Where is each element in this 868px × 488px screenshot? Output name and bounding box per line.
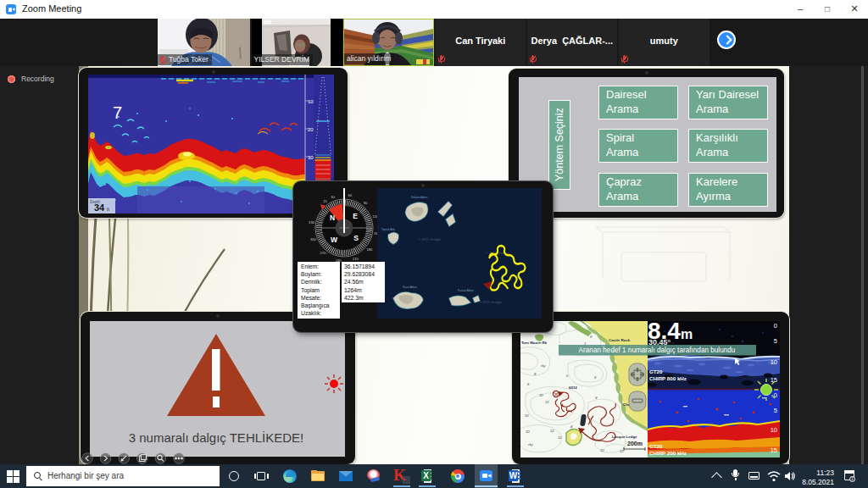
svg-text:N: N (330, 214, 335, 222)
svg-text:S: S (353, 234, 359, 242)
svg-text:15: 15 (771, 446, 777, 454)
svg-text:© 2021 Google: © 2021 Google (418, 237, 442, 241)
svg-text:200m: 200m (627, 441, 643, 446)
svg-text:210: 210 (353, 257, 359, 261)
svg-text:270: 270 (320, 251, 326, 255)
svg-text:Kekova Adası: Kekova Adası (411, 196, 428, 199)
svg-text:CHIRP 200 kHz: CHIRP 200 kHz (649, 450, 687, 456)
svg-text:5: 5 (774, 407, 777, 414)
svg-text:10: 10 (308, 99, 314, 104)
svg-text:7: 7 (113, 103, 122, 122)
svg-text:90: 90 (364, 201, 368, 205)
svg-text:12: 12 (620, 449, 624, 453)
svg-text:15: 15 (323, 199, 327, 203)
svg-text:30: 30 (331, 195, 335, 199)
svg-text:Karaca Adası: Karaca Adası (458, 289, 474, 292)
svg-text:10: 10 (771, 358, 777, 366)
svg-text:180: 180 (366, 247, 373, 252)
svg-text:E: E (353, 212, 358, 220)
svg-text:Tom Moore Rk: Tom Moore Rk (521, 341, 548, 345)
svg-text:Toprak Ada: Toprak Ada (381, 228, 395, 231)
svg-text:12: 12 (558, 435, 562, 440)
svg-text:10: 10 (539, 393, 543, 397)
svg-text:GT20: GT20 (649, 369, 663, 374)
svg-text:300: 300 (310, 237, 317, 241)
svg-text:rky: rky (528, 442, 533, 446)
svg-text:0: 0 (774, 322, 777, 330)
svg-text:34: 34 (94, 202, 105, 213)
svg-text:30: 30 (308, 155, 314, 160)
svg-text:GT20: GT20 (649, 443, 663, 449)
svg-text:10: 10 (771, 426, 777, 434)
svg-text:CHIRP 800 kHz: CHIRP 800 kHz (649, 375, 687, 381)
svg-text:© 2021 Google: © 2021 Google (479, 300, 503, 304)
svg-text:3 numaralı dalgıç TEHLİKEDE!: 3 numaralı dalgıç TEHLİKEDE! (129, 430, 303, 445)
svg-text:5: 5 (774, 337, 777, 345)
svg-text:10: 10 (525, 413, 529, 418)
svg-text:330: 330 (309, 220, 315, 225)
svg-text:Sıçan Adası: Sıçan Adası (403, 286, 417, 289)
svg-text:Lasque Ledge: Lasque Ledge (612, 435, 637, 439)
svg-text:12: 12 (545, 400, 549, 404)
svg-text:6012: 6012 (569, 385, 577, 390)
svg-text:60: 60 (348, 193, 352, 197)
svg-text:10: 10 (600, 448, 604, 452)
svg-text:W: W (331, 236, 338, 244)
svg-text:rky: rky (541, 363, 546, 368)
svg-text:20: 20 (308, 127, 314, 132)
svg-text:Aranan hedef 1 numaralı dalgıç: Aranan hedef 1 numaralı dalgıç tarafında… (579, 347, 736, 354)
svg-text:12: 12 (550, 429, 554, 433)
svg-text:10: 10 (526, 430, 530, 434)
svg-text:Castle Rock: Castle Rock (609, 338, 631, 342)
